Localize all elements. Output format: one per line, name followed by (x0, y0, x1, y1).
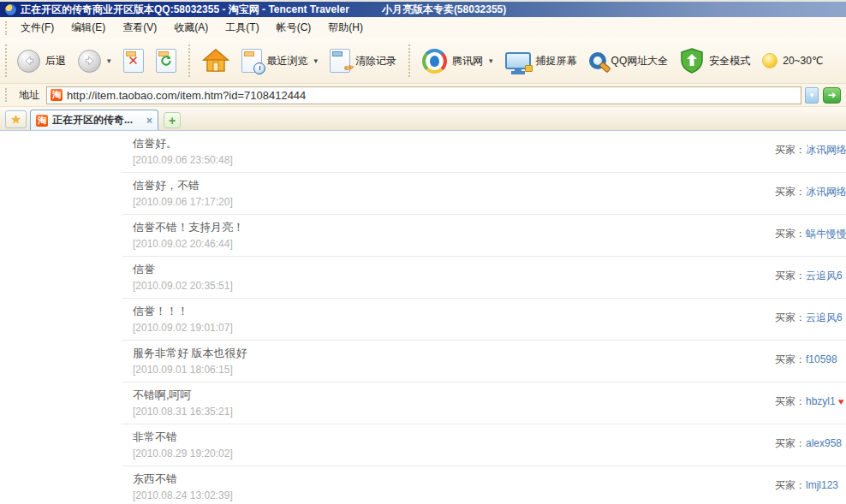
clear-history-icon: ✏ (330, 49, 350, 73)
buyer-label: 买家： (775, 311, 806, 323)
new-tab-button[interactable]: + (164, 112, 181, 128)
menubar-grip[interactable] (5, 21, 7, 35)
address-bar: 地址 淘 http://item.taobao.com/item.htm?id=… (0, 84, 846, 107)
buyer-name-link[interactable]: f10598 (806, 353, 837, 365)
address-input[interactable]: 淘 http://item.taobao.com/item.htm?id=710… (46, 86, 801, 104)
buyer-name-link[interactable]: 蜗牛慢慢 (806, 228, 846, 240)
lock-icon (525, 65, 533, 72)
menu-file[interactable]: 文件(F) (12, 18, 63, 38)
buyer-label: 买家： (775, 395, 806, 407)
tencent-web-label: 腾讯网 (452, 54, 483, 68)
stop-button[interactable]: ✕ (117, 45, 150, 76)
capture-screen-button[interactable]: 捕捉屏幕 (499, 49, 583, 73)
buyer-name-link[interactable]: 云追风6 (806, 311, 843, 323)
review-text: 服务非常好 版本也很好 (133, 347, 846, 359)
magnifier-icon (589, 52, 606, 69)
go-button[interactable]: ➜ (823, 87, 841, 104)
menu-help[interactable]: 帮助(H) (319, 18, 372, 38)
window-title-shop-name: 小月亮版本专卖(58032355) (382, 3, 506, 17)
buyer-cell: 买家：冰讯网络 (775, 185, 846, 199)
safe-mode-label: 安全模式 (709, 54, 750, 68)
review-text: 信誉不错！支持月亮！ (133, 221, 846, 234)
favorites-button[interactable]: ★ (5, 110, 27, 128)
menu-tools[interactable]: 工具(T) (217, 18, 267, 38)
buyer-label: 买家： (775, 186, 806, 198)
addressbar-grip[interactable] (5, 88, 7, 102)
buyer-name-link[interactable]: alex958 (806, 437, 842, 449)
buyer-label: 买家： (775, 270, 806, 282)
review-date: [2010.08.24 13:02:39] (133, 489, 846, 501)
buyer-name-link[interactable]: 冰讯网络 (806, 144, 846, 156)
forward-icon (78, 50, 101, 73)
recent-history-label: 最近浏览 (267, 54, 308, 68)
clear-history-label: 清除记录 (355, 54, 396, 68)
menu-favorites[interactable]: 收藏(A) (165, 18, 217, 38)
back-button[interactable]: 后退 (11, 46, 72, 76)
title-bar: 正在开区的传奇商业开区版本QQ:58032355 - 淘宝网 - Tencent… (0, 0, 846, 17)
address-label: 地址 (19, 88, 39, 103)
toolbar-separator (188, 44, 190, 77)
review-row: 服务非常好 版本也很好 [2010.09.01 18:06:15] 买家：f10… (122, 341, 846, 382)
recent-history-button[interactable]: 最近浏览 ▾ (235, 45, 325, 76)
recent-history-icon (241, 49, 262, 73)
tencent-qq-icon (417, 43, 452, 78)
review-date: [2010.09.02 20:35:51] (133, 280, 846, 292)
buyer-cell: 买家：hbzyl1 ♥ (775, 394, 846, 409)
qq-sites-button[interactable]: QQ网址大全 (583, 49, 675, 73)
back-icon (17, 50, 40, 73)
tencent-dropdown-caret[interactable]: ▾ (489, 56, 493, 65)
menu-bar: 文件(F) 编辑(E) 查看(V) 收藏(A) 工具(T) 帐号(C) 帮助(H… (0, 17, 846, 39)
safe-mode-button[interactable]: 安全模式 (674, 44, 756, 77)
home-button[interactable] (196, 44, 235, 77)
back-label: 后退 (45, 54, 66, 68)
buyer-cell: 买家：f10598 (775, 353, 846, 367)
buyer-name-link[interactable]: 冰讯网络 (806, 186, 846, 198)
buyer-name-link[interactable]: hbzyl1 (806, 395, 836, 407)
review-date: [2010.08.29 19:20:02] (133, 448, 846, 460)
weather-widget[interactable]: 20~30℃ (756, 50, 829, 72)
address-dropdown-button[interactable]: ▾ (805, 87, 819, 104)
capture-screen-label: 捕捉屏幕 (536, 54, 577, 68)
buyer-cell: 买家：云追风6 (775, 311, 846, 325)
review-text: 信誉好，不错 (133, 179, 846, 192)
recent-dropdown-caret[interactable]: ▾ (314, 56, 319, 65)
menu-view[interactable]: 查看(V) (114, 18, 165, 38)
review-date: [2010.09.06 23:50:48] (133, 154, 846, 166)
review-row: 非常不错 [2010.08.29 19:20:02] 买家：alex958 (122, 424, 846, 466)
tab-active[interactable]: 淘 正在开区的传奇... × (30, 110, 158, 130)
buyer-cell: 买家：冰讯网络 (775, 143, 846, 157)
review-text: 信誉！！！ (133, 305, 846, 317)
forward-dropdown-caret[interactable]: ▾ (107, 56, 111, 65)
toolbar-grip[interactable] (5, 44, 7, 77)
vip-heart-icon: ♥ (838, 396, 844, 406)
review-row: 信誉好，不错 [2010.09.06 17:17:20] 买家：冰讯网络 (122, 173, 846, 215)
review-row: 信誉 [2010.09.02 20:35:51] 买家：云追风6 (122, 257, 846, 299)
tab-label: 正在开区的传奇... (52, 113, 142, 127)
refresh-icon (156, 49, 176, 73)
clock-icon (253, 62, 265, 74)
buyer-label: 买家： (775, 228, 806, 240)
tab-favicon-icon: 淘 (36, 115, 48, 127)
tencent-web-button[interactable]: 腾讯网 ▾ (416, 45, 499, 77)
stop-icon: ✕ (123, 49, 144, 73)
review-row: 信誉好。 [2010.09.06 23:50:48] 买家：冰讯网络 (122, 131, 846, 173)
address-url[interactable]: http://item.taobao.com/item.htm?id=71084… (67, 89, 306, 102)
toolbar-separator (408, 44, 410, 77)
review-text: 非常不错 (133, 430, 846, 443)
tab-bar: ★ 淘 正在开区的传奇... × + (0, 107, 846, 131)
buyer-name-link[interactable]: lmjl123 (806, 479, 838, 491)
shield-icon (680, 48, 704, 74)
menu-edit[interactable]: 编辑(E) (63, 18, 114, 38)
refresh-button[interactable] (150, 45, 182, 76)
menu-account[interactable]: 帐号(C) (268, 18, 320, 38)
clear-history-button[interactable]: ✏ 清除记录 (324, 45, 402, 76)
buyer-name-link[interactable]: 云追风6 (806, 270, 843, 282)
qq-sites-label: QQ网址大全 (611, 54, 669, 68)
review-text: 信誉 (133, 263, 846, 276)
buyer-label: 买家： (775, 479, 806, 491)
main-toolbar: 后退 ▾ ✕ 最近浏览 (0, 39, 846, 84)
review-date: [2010.09.06 17:17:20] (133, 196, 846, 208)
review-row: 不错啊,呵呵 [2010.08.31 16:35:21] 买家：hbzyl1 ♥ (122, 382, 846, 424)
tab-close-icon[interactable]: × (146, 115, 152, 127)
forward-button[interactable]: ▾ (72, 46, 117, 76)
